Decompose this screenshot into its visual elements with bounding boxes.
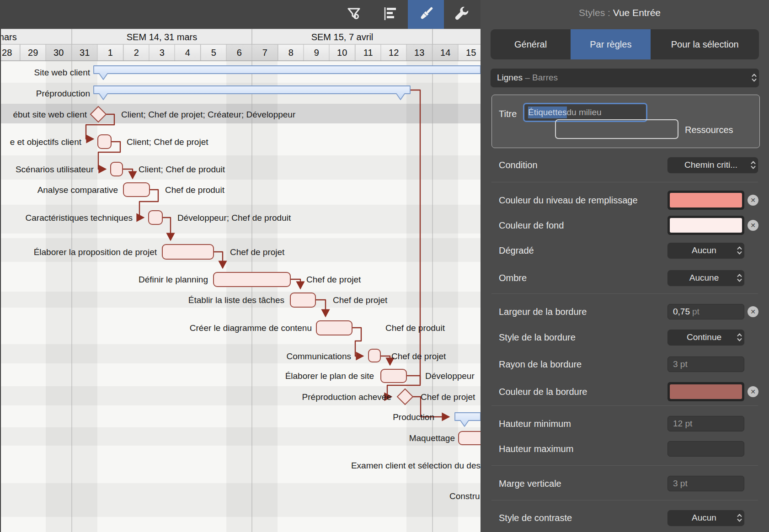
task-bar[interactable]	[123, 183, 150, 197]
tab-pour-la-s-lection[interactable]: Pour la sélection	[651, 29, 759, 59]
color-well-couleur-de-la-bordure[interactable]	[668, 382, 744, 401]
task-name-label: Scénarios utilisateur	[16, 165, 94, 174]
ressources-label: Ressources	[685, 125, 733, 135]
task-bar[interactable]	[214, 272, 290, 287]
tools-wrench-button[interactable]	[444, 0, 480, 29]
week-header-label: SEM 15, 7 avril	[311, 32, 374, 42]
input-hauteur-maximum[interactable]	[668, 441, 744, 457]
inspector-title: Styles : Vue Entrée	[481, 7, 759, 18]
style-brush-button[interactable]	[408, 0, 444, 29]
task-name-label: Constru	[449, 491, 480, 501]
chevron-updown-icon	[734, 245, 744, 255]
day-number: 8	[288, 48, 294, 58]
section-divider	[491, 500, 758, 500]
selected-text: Étiquettes	[528, 106, 567, 118]
dropdown-value: Aucun	[668, 513, 734, 523]
color-well-couleur-de-fond[interactable]	[668, 216, 744, 235]
gantt-chart: 28293031123456789101112131415SEM 13, 24 …	[0, 0, 481, 532]
day-number: 15	[466, 48, 476, 58]
day-number: 7	[262, 48, 267, 58]
task-name-label: Définir le planning	[139, 275, 208, 284]
day-number: 2	[134, 48, 139, 58]
outline-icon	[381, 5, 399, 25]
task-name-label: Élaborer la proposition de projet	[34, 247, 157, 257]
day-number: 12	[389, 48, 399, 58]
day-number: 28	[2, 48, 12, 58]
task-name-label: Client; Chef de produit	[139, 165, 225, 174]
dropdown-condition[interactable]: Chemin criti...	[668, 157, 758, 173]
task-bar[interactable]	[368, 349, 380, 362]
week-header-label: SEM 14, 31 mars	[127, 32, 198, 42]
input-value: 0,75	[673, 307, 690, 317]
task-bar[interactable]	[111, 162, 123, 176]
row-label: Couleur du niveau de remplissage	[499, 195, 638, 206]
input-hauteur-minimum[interactable]: 12 pt	[668, 416, 744, 431]
input-value: 3 pt	[673, 359, 688, 369]
clear-style-button[interactable]: ✕	[748, 220, 758, 231]
dropdown-style-de-la-bordure[interactable]: Continue	[668, 330, 744, 345]
task-name-label: Communications	[287, 351, 352, 361]
clear-style-button[interactable]: ✕	[748, 195, 758, 206]
tab-par-r-gles[interactable]: Par règles	[571, 29, 651, 59]
row-label: Largeur de la bordure	[499, 307, 587, 317]
row-label: Style de la bordure	[499, 332, 576, 343]
row-label: Hauteur minimum	[499, 419, 571, 429]
task-name-label: Créer le diagramme de contenu	[190, 323, 312, 333]
dropdown-d-grad-[interactable]: Aucun	[668, 243, 744, 258]
dropdown-value: Aucun	[668, 245, 734, 255]
inspector-tabbar: GénéralPar règlesPour la sélection	[491, 29, 759, 59]
placeholder-text: du milieu	[567, 107, 602, 117]
section-divider	[491, 182, 758, 182]
chevron-updown-icon	[734, 332, 744, 342]
task-bar[interactable]	[381, 369, 406, 383]
row-label: Condition	[499, 160, 538, 170]
scope-dropdown[interactable]: Lignes – Barres	[491, 69, 759, 87]
row-label: Couleur de fond	[499, 220, 564, 231]
input-largeur-de-la-bordure[interactable]: 0,75pt	[668, 304, 744, 319]
chevron-updown-icon	[749, 73, 759, 83]
chevron-updown-icon	[734, 273, 744, 283]
color-well-couleur-du-niveau-de-remplissage[interactable]	[668, 191, 744, 210]
row-label: Ombre	[499, 273, 527, 283]
input-value: 3 pt	[673, 479, 688, 489]
day-number: 13	[414, 48, 424, 58]
omniplan-window: { "toolbar": { "bg": "#454545", "selecte…	[0, 0, 769, 532]
outline-button[interactable]	[372, 0, 408, 29]
filter-icon	[345, 5, 363, 25]
task-name-label: Chef de produit	[385, 323, 445, 333]
row-label: Couleur de la bordure	[499, 387, 587, 397]
task-bar[interactable]	[459, 431, 481, 445]
task-name-label: e et objectifs client	[10, 137, 82, 147]
task-name-label: Production	[393, 412, 434, 422]
dropdown-value: Aucune	[668, 273, 734, 283]
day-number: 29	[28, 48, 38, 58]
task-bar[interactable]	[149, 211, 162, 224]
dropdown-style-de-contraste[interactable]: Aucun	[668, 510, 744, 526]
task-name-label: Chef de projet	[391, 351, 446, 361]
day-number: 6	[237, 48, 242, 58]
task-name-label: Développeur	[425, 371, 475, 381]
dropdown-value: Chemin criti...	[668, 160, 748, 170]
row-label: Hauteur maximum	[499, 444, 573, 454]
task-name-label: Site web client	[34, 68, 90, 77]
task-name-label: Analyse comparative	[37, 185, 118, 195]
task-bar[interactable]	[162, 245, 214, 259]
task-name-label: Établir la liste des tâches	[188, 295, 284, 305]
row-label: Dégradé	[499, 245, 534, 256]
clear-style-button[interactable]: ✕	[748, 306, 758, 317]
input-marge-verticale[interactable]: 3 pt	[668, 476, 744, 491]
tab-g-n-ral[interactable]: Général	[491, 29, 571, 59]
task-bar[interactable]	[290, 293, 315, 307]
task-name-label: ébut site web client	[13, 110, 87, 119]
row-label: Marge verticale	[499, 479, 561, 489]
titre-bottom-label-field[interactable]	[555, 119, 678, 139]
input-rayon-de-la-bordure[interactable]: 3 pt	[668, 356, 744, 372]
day-number: 10	[337, 48, 347, 58]
clear-style-button[interactable]: ✕	[748, 386, 758, 397]
filter-button[interactable]	[336, 0, 372, 29]
dropdown-ombre[interactable]: Aucune	[668, 270, 744, 286]
task-bar[interactable]	[316, 321, 352, 335]
color-swatch	[670, 218, 742, 233]
inspector-title-value: Vue Entrée	[613, 7, 661, 18]
task-bar[interactable]	[98, 135, 111, 149]
